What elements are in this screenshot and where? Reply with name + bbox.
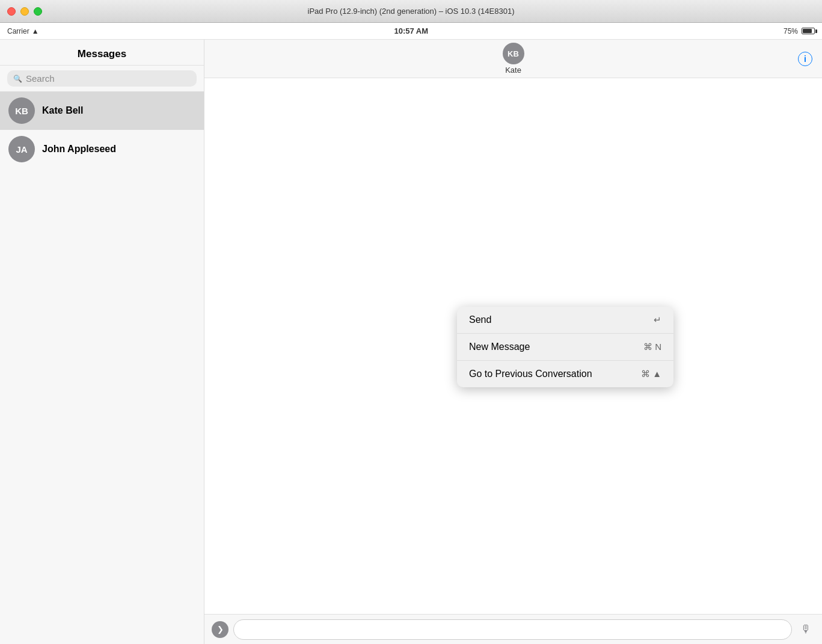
window-controls [7, 7, 42, 16]
expand-button[interactable]: ❯ [212, 621, 229, 638]
right-status: 75% [784, 27, 815, 35]
mac-titlebar: iPad Pro (12.9-inch) (2nd generation) – … [0, 0, 822, 23]
menu-new-message-label: New Message [469, 342, 530, 352]
info-icon: i [804, 54, 806, 64]
menu-item-new-message[interactable]: New Message ⌘ N [457, 334, 673, 361]
close-button[interactable] [7, 7, 16, 16]
contact-list: KB Kate Bell JA John Appleseed [0, 91, 204, 644]
maximize-button[interactable] [34, 7, 42, 16]
app-container: Messages 🔍 Search KB Kate Bell JA John A… [0, 40, 822, 644]
contact-name-kate-bell: Kate Bell [42, 105, 83, 116]
contact-name-john-appleseed: John Appleseed [42, 144, 116, 155]
context-menu: Send ↵ New Message ⌘ N Go to Previous Co… [457, 307, 673, 387]
minimize-button[interactable] [20, 7, 29, 16]
battery-percent: 75% [784, 27, 798, 35]
search-icon: 🔍 [13, 75, 22, 83]
menu-item-send[interactable]: Send ↵ [457, 307, 673, 334]
battery-icon [802, 28, 815, 34]
carrier-info: Carrier ▲ [7, 27, 39, 35]
search-placeholder: Search [26, 73, 55, 84]
input-bar: ❯ 🎙 [204, 614, 822, 644]
chat-header-name: Kate [505, 66, 521, 75]
chat-header: KB Kate i [204, 40, 822, 78]
menu-new-message-shortcut: ⌘ N [643, 342, 661, 352]
chat-area: KB Kate i Send ↵ New Message ⌘ N Go to [204, 40, 822, 644]
chat-messages: Send ↵ New Message ⌘ N Go to Previous Co… [204, 78, 822, 614]
menu-item-prev-conversation[interactable]: Go to Previous Conversation ⌘ ▲ [457, 361, 673, 387]
info-button[interactable]: i [798, 52, 812, 66]
chat-header-contact: KB Kate [503, 43, 524, 75]
sidebar-header: Messages [0, 40, 204, 66]
expand-icon: ❯ [217, 625, 224, 634]
avatar-ja: JA [8, 136, 35, 162]
wifi-icon: ▲ [32, 27, 39, 35]
avatar-kb: KB [8, 97, 35, 124]
window-title: iPad Pro (12.9-inch) (2nd generation) – … [308, 7, 515, 16]
sidebar-title: Messages [78, 48, 126, 60]
message-input[interactable] [233, 619, 792, 640]
carrier-label: Carrier [7, 27, 29, 35]
menu-prev-convo-label: Go to Previous Conversation [469, 369, 592, 379]
menu-send-label: Send [469, 314, 491, 325]
mic-button[interactable]: 🎙 [797, 621, 815, 639]
menu-prev-convo-shortcut: ⌘ ▲ [641, 369, 661, 379]
menu-send-shortcut: ↵ [654, 314, 661, 325]
sidebar: Messages 🔍 Search KB Kate Bell JA John A… [0, 40, 204, 644]
status-time: 10:57 AM [394, 26, 428, 35]
chat-header-avatar: KB [503, 43, 524, 64]
contact-item-john-appleseed[interactable]: JA John Appleseed [0, 130, 204, 168]
contact-item-kate-bell[interactable]: KB Kate Bell [0, 91, 204, 130]
mic-icon: 🎙 [800, 623, 811, 636]
search-bar[interactable]: 🔍 Search [7, 70, 197, 87]
ios-statusbar: Carrier ▲ 10:57 AM 75% [0, 23, 822, 40]
